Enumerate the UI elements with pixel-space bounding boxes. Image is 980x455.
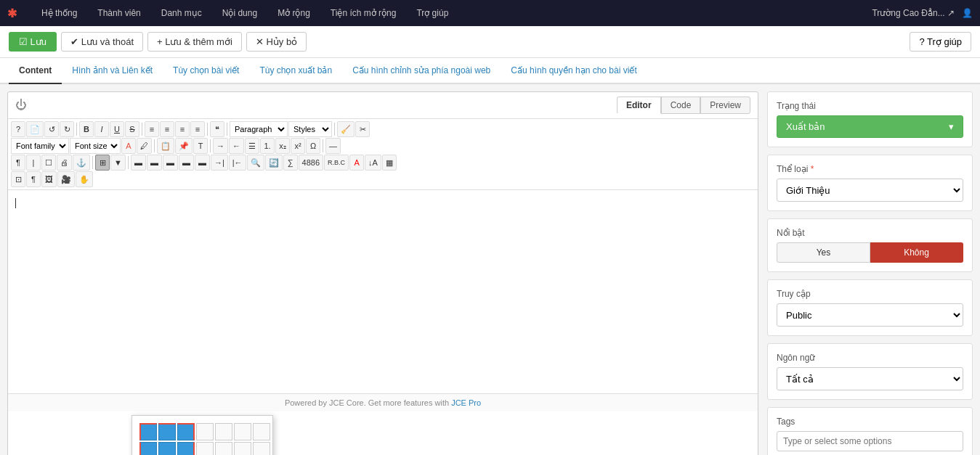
status-dropdown[interactable]: Xuất bản ▾ [777, 115, 963, 138]
grid-cell[interactable] [215, 423, 232, 440]
tb-sup[interactable]: x² [291, 138, 305, 154]
tb-r4-2[interactable]: ¶ [26, 171, 41, 187]
help-button[interactable]: ? Trợ giúp [910, 32, 971, 52]
tb-strikethrough[interactable]: S [125, 121, 139, 137]
tb-table-dropdown[interactable]: ▼ [110, 155, 126, 171]
save-button[interactable]: ☑ Lưu [9, 32, 57, 52]
tb-search[interactable]: 🔍 [247, 155, 264, 171]
grid-cell[interactable] [215, 442, 232, 455]
styles-select[interactable]: Styles [288, 121, 332, 137]
tb-nonbreak[interactable]: | [26, 155, 41, 171]
grid-cell[interactable] [253, 442, 270, 455]
nav-thanhvien[interactable]: Thành viên [94, 2, 143, 24]
tab-frontend-config[interactable]: Cấu hình chỉnh sửa phía ngoài web [342, 58, 501, 84]
tb-image[interactable]: 🖼 [41, 171, 57, 187]
nav-danhmuc[interactable]: Danh mục [158, 2, 205, 24]
grid-cell[interactable] [177, 442, 195, 455]
language-select[interactable]: Tất cả [777, 367, 963, 390]
tb-list-ul[interactable]: ☰ [245, 138, 259, 154]
grid-cell[interactable] [253, 423, 270, 440]
font-family-select[interactable]: Font family [11, 138, 69, 154]
jce-pro-link[interactable]: JCE Pro [451, 398, 481, 407]
tb-undo[interactable]: ↺ [44, 121, 59, 137]
tb-outdent[interactable]: ← [229, 138, 244, 154]
tb-new-doc[interactable]: 📄 [26, 121, 44, 137]
tb-acolor[interactable]: A [349, 155, 364, 171]
tb-col4[interactable]: ▬ [179, 155, 194, 171]
tab-publish-options[interactable]: Tùy chọn xuất bản [249, 58, 342, 84]
table-grid[interactable] [139, 423, 265, 455]
tb-underline[interactable]: U [110, 121, 124, 137]
grid-cell[interactable] [234, 442, 251, 455]
grid-cell[interactable] [158, 442, 176, 455]
tb-hand[interactable]: ✋ [76, 171, 93, 187]
tb-indent[interactable]: → [213, 138, 228, 154]
grid-cell[interactable] [177, 423, 195, 440]
save-exit-button[interactable]: ✔ Lưu và thoát [61, 32, 143, 52]
tb-p[interactable]: ¶ [11, 155, 25, 171]
paragraph-select[interactable]: Paragraph [230, 121, 288, 137]
grid-cell[interactable] [196, 442, 214, 455]
tb-rtl[interactable]: →| [211, 155, 228, 171]
tb-sub[interactable]: x₂ [275, 138, 290, 154]
tb-paste[interactable]: 📌 [175, 138, 193, 154]
tb-hr[interactable]: — [325, 138, 341, 154]
font-size-select[interactable]: Font size [70, 138, 121, 154]
tb-list-ol[interactable]: 1. [260, 138, 275, 154]
nav-trogiup[interactable]: Trợ giúp [413, 2, 451, 24]
tags-input[interactable] [777, 431, 963, 451]
featured-yes-button[interactable]: Yes [777, 242, 870, 263]
power-icon[interactable]: ⏻ [15, 99, 27, 112]
tab-images-links[interactable]: Hình ảnh và Liên kết [62, 58, 163, 84]
tb-col5[interactable]: ▬ [195, 155, 210, 171]
tb-font-color[interactable]: A [121, 138, 136, 154]
cancel-button[interactable]: ✕ Hủy bỏ [246, 32, 307, 52]
tb-align-justify[interactable]: ≡ [190, 121, 205, 137]
tb-paste-text[interactable]: T [193, 138, 208, 154]
category-select[interactable]: Giới Thiệu [777, 179, 963, 202]
tab-content[interactable]: Content [9, 58, 62, 84]
tb-anchor[interactable]: ⚓ [73, 155, 90, 171]
tb-col1[interactable]: ▬ [131, 155, 146, 171]
tb-grid2[interactable]: ▦ [382, 155, 397, 171]
editor-content[interactable]: 2 x 3 [8, 190, 758, 393]
tb-adown[interactable]: ↓A [365, 155, 381, 171]
tb-align-left[interactable]: ≡ [145, 121, 159, 137]
tb-special2[interactable]: ∑ [283, 155, 298, 171]
save-new-button[interactable]: + Lưu & thêm mới [147, 32, 242, 52]
tb-highlight[interactable]: 🖊 [137, 138, 152, 154]
tb-cut[interactable]: ✂ [355, 121, 370, 137]
tb-special[interactable]: Ω [306, 138, 320, 154]
grid-cell[interactable] [234, 423, 251, 440]
grid-cell[interactable] [139, 442, 157, 455]
tab-article-options[interactable]: Tùy chọn bài viết [163, 58, 249, 84]
tb-italic[interactable]: I [94, 121, 109, 137]
nav-morong[interactable]: Mở rộng [275, 2, 313, 24]
nav-noidung[interactable]: Nội dung [219, 2, 260, 24]
user-label[interactable]: Trường Cao Đẳn... ↗ [872, 8, 955, 18]
tb-copy[interactable]: 📋 [157, 138, 174, 154]
tb-align-right[interactable]: ≡ [175, 121, 190, 137]
tb-frame[interactable]: ☐ [41, 155, 56, 171]
tb-table[interactable]: ⊞ [95, 155, 110, 171]
grid-cell[interactable] [196, 423, 214, 440]
tab-permissions[interactable]: Cấu hình quyền hạn cho bài viết [501, 58, 647, 84]
tb-media[interactable]: 🎥 [57, 171, 75, 187]
tb-help[interactable]: ? [11, 121, 25, 137]
tb-col2[interactable]: ▬ [147, 155, 162, 171]
nav-hethong[interactable]: Hệ thống [39, 2, 80, 24]
grid-cell[interactable] [139, 423, 157, 440]
view-code-button[interactable]: Code [661, 97, 701, 114]
nav-tienich[interactable]: Tiện ích mở rộng [328, 2, 400, 24]
tb-r4-1[interactable]: ⊡ [11, 171, 25, 187]
tb-num[interactable]: 4886 [299, 155, 323, 171]
featured-no-button[interactable]: Không [870, 242, 963, 263]
tb-ltr[interactable]: |← [229, 155, 246, 171]
tb-align-center[interactable]: ≡ [160, 121, 174, 137]
tb-bold[interactable]: B [79, 121, 94, 137]
access-select[interactable]: Public [777, 303, 963, 327]
view-editor-button[interactable]: Editor [617, 97, 661, 114]
grid-cell[interactable] [158, 423, 176, 440]
tb-replace[interactable]: 🔄 [265, 155, 283, 171]
tb-blockquote[interactable]: ❝ [210, 121, 224, 137]
